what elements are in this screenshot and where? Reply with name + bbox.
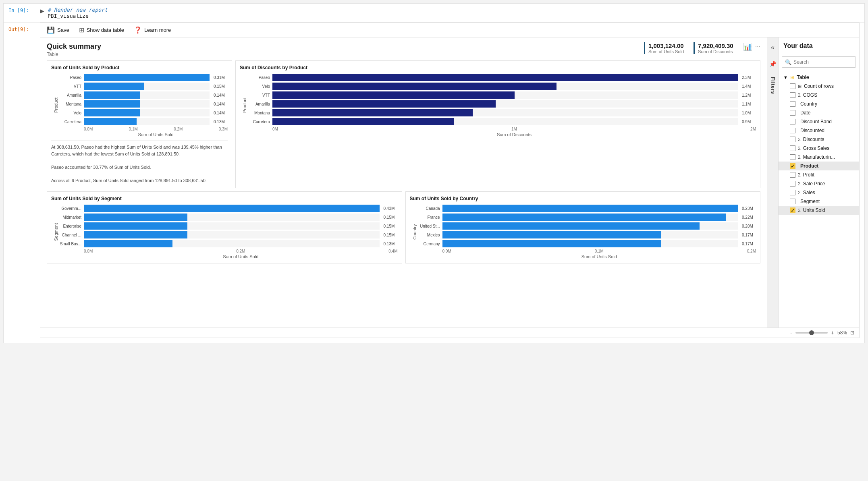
zoom-slider-thumb	[809, 330, 814, 335]
search-input[interactable]	[782, 56, 856, 68]
item-label-discounted: Discounted	[800, 128, 854, 133]
filters-label: Filters	[770, 77, 776, 94]
bar-row-montana-d: Montana 1.0M	[248, 109, 756, 116]
chart4-bars: Canada 0.23M France 0.22M	[418, 205, 756, 247]
bar-row-channel: Channel ... 0.15M	[59, 231, 398, 238]
item-label-count-of-rows: Count of rows	[804, 83, 854, 89]
chart-units-sold-segment: Sum of Units Sold by Segment Segment Gov…	[47, 191, 402, 263]
checkbox-date[interactable]	[790, 110, 795, 116]
tree-item-count-of-rows[interactable]: ⊞ Count of rows	[779, 82, 859, 91]
cell-output-label: Out[9]:	[8, 23, 37, 32]
checkbox-units-sold[interactable]: ✓	[790, 207, 795, 213]
chart1-x-axis-ticks: 0.0M0.1M0.2M0.3M	[59, 127, 228, 131]
bar-row-germany: Germany 0.17M	[418, 240, 756, 247]
save-button[interactable]: 💾 Save	[47, 26, 69, 34]
checkbox-discounted[interactable]	[790, 128, 795, 133]
checkbox-sale-price[interactable]	[790, 181, 795, 187]
tree-item-discount-band[interactable]: Discount Band	[779, 117, 859, 126]
bar-row-carretera-d: Carretera 0.9M	[248, 118, 756, 125]
tree-item-segment[interactable]: Segment	[779, 197, 859, 206]
stat2-value: 7,920,409.30	[698, 42, 733, 49]
checkbox-cogs[interactable]	[790, 92, 795, 98]
collapse-button[interactable]: «	[768, 41, 778, 54]
show-data-table-button[interactable]: ⊞ Show data table	[79, 26, 124, 34]
chart1-desc: At 308,631.50, Paseo had the highest Sum…	[51, 140, 228, 184]
chart-icon[interactable]: 📊	[743, 42, 752, 51]
bar-row-unitedst: United St... 0.20M	[418, 222, 756, 230]
item-label-sale-price: Sale Price	[803, 181, 854, 187]
chart-discounts-product: Sum of Discounts by Product Product Pase…	[235, 60, 760, 188]
tree-item-profit[interactable]: Σ Profit	[779, 170, 859, 179]
checkbox-product[interactable]: ✓	[790, 163, 795, 169]
item-label-discount-band: Discount Band	[800, 119, 854, 124]
checkbox-count-of-rows[interactable]	[790, 83, 795, 89]
item-label-date: Date	[800, 110, 854, 116]
zoom-slider[interactable]	[795, 332, 828, 334]
sigma-icon-sale-price: Σ	[798, 181, 801, 186]
pin-icon[interactable]: 📌	[769, 61, 776, 67]
main-content: Quick summary Table 1,003,124.00 Sum of …	[40, 37, 767, 328]
tree-item-gross-sales[interactable]: Σ Gross Sales	[779, 144, 859, 153]
table-icon: ⊞	[79, 26, 84, 34]
checkbox-profit[interactable]	[790, 172, 795, 178]
bottom-bar: - + 58% ⊡	[40, 328, 859, 338]
checkbox-discounts[interactable]	[790, 137, 795, 142]
tree-item-units-sold[interactable]: ✓ Σ Units Sold	[779, 206, 859, 215]
tree-table-parent[interactable]: ▼ ⊞ Table	[779, 73, 859, 82]
sigma-icon-units-sold: Σ	[798, 208, 801, 213]
chart1-y-axis: Product	[51, 74, 59, 137]
cell-input-label: In [9]:	[8, 7, 37, 13]
tree-item-discounts[interactable]: Σ Discounts	[779, 135, 859, 144]
item-label-product: Product	[800, 163, 854, 169]
tree-item-country[interactable]: Country	[779, 100, 859, 108]
chart-units-sold-product: Sum of Units Sold by Product Product Pas…	[47, 60, 232, 188]
search-icon: 🔍	[785, 59, 791, 65]
data-panel-title: Your data	[779, 37, 859, 53]
fit-page-icon[interactable]: ⊡	[850, 330, 854, 336]
tree-item-date[interactable]: Date	[779, 108, 859, 117]
sigma-icon-cogs: Σ	[798, 93, 801, 97]
chart3-y-axis: Segment	[51, 205, 59, 259]
item-label-segment: Segment	[800, 199, 854, 204]
bar-row-mexico: Mexico 0.17M	[418, 231, 756, 238]
save-label: Save	[57, 27, 69, 33]
sigma-icon-discounts: Σ	[798, 137, 801, 142]
more-options-icon[interactable]: ···	[755, 43, 760, 50]
chart1-bars: Paseo 0.31M VTT 0.15M	[59, 74, 228, 125]
tree-item-manufacturing[interactable]: Σ Manufacturin...	[779, 153, 859, 162]
tree-item-cogs[interactable]: Σ COGS	[779, 91, 859, 100]
chart3-x-axis-label: Sum of Units Sold	[59, 254, 398, 259]
checkbox-segment[interactable]	[790, 199, 795, 204]
bar-row-vtt: VTT 0.15M	[59, 83, 228, 90]
checkbox-country[interactable]	[790, 101, 795, 107]
search-box[interactable]: 🔍	[782, 56, 856, 68]
stat2-label: Sum of Discounts	[698, 49, 733, 54]
sigma-icon-sales: Σ	[798, 190, 801, 195]
learn-more-button[interactable]: ❓ Learn more	[134, 26, 171, 34]
bar-row-vtt-d: VTT 1.2M	[248, 91, 756, 99]
tree-item-sales[interactable]: Σ Sales	[779, 188, 859, 197]
item-label-gross-sales: Gross Sales	[803, 145, 854, 151]
bar-row-midmarket: Midmarket 0.15M	[59, 214, 398, 221]
toolbar: 💾 Save ⊞ Show data table ❓ Learn more	[40, 23, 859, 37]
chart4-x-axis-label: Sum of Units Sold	[418, 254, 756, 259]
tree-item-product[interactable]: ✓ Product	[779, 162, 859, 170]
zoom-in-button[interactable]: +	[831, 330, 834, 336]
bar-row-velo-d: Velo 1.4M	[248, 83, 756, 90]
chart3-x-axis-ticks: 0.0M0.2M0.4M	[59, 249, 398, 253]
item-label-units-sold: Units Sold	[803, 207, 854, 213]
checkbox-discount-band[interactable]	[790, 119, 795, 124]
chart3-title: Sum of Units Sold by Segment	[51, 196, 398, 201]
run-button[interactable]: ▶	[40, 7, 44, 14]
zoom-out-button[interactable]: -	[790, 330, 792, 336]
chart4-title: Sum of Units Sold by Country	[410, 196, 756, 201]
tree-item-discounted[interactable]: Discounted	[779, 126, 859, 135]
summary-stats: 1,003,124.00 Sum of Units Sold 7,920,409…	[644, 42, 760, 54]
checkbox-manufacturing[interactable]	[790, 154, 795, 160]
checkbox-sales[interactable]	[790, 190, 795, 195]
code-comment: # Render new report	[48, 7, 108, 13]
quick-summary-subtitle: Table	[47, 52, 101, 57]
chart2-title: Sum of Discounts by Product	[240, 65, 756, 70]
tree-item-sale-price[interactable]: Σ Sale Price	[779, 179, 859, 188]
checkbox-gross-sales[interactable]	[790, 145, 795, 151]
